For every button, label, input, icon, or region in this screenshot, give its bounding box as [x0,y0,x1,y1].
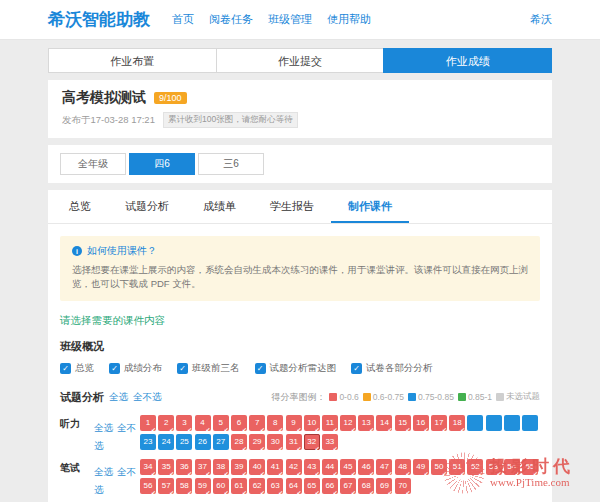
checkbox-checked-icon[interactable]: ✓ [109,363,120,374]
question-tile-34[interactable]: 34✔ [140,459,156,475]
question-tile-36[interactable]: 36✔ [176,459,192,475]
question-tile-26[interactable]: 26 [195,434,211,450]
qa-select-none-link[interactable]: 全不选 [133,391,162,404]
question-tile-44[interactable]: 44✔ [322,459,338,475]
question-tile-9[interactable]: 9✔ [286,415,302,431]
nav-item-1[interactable]: 首页 [172,12,194,27]
question-tile-59[interactable]: 59✔ [195,478,211,494]
question-tile-29[interactable]: 29✔ [249,434,265,450]
question-tile-5[interactable]: 5✔ [213,415,229,431]
question-tile-38[interactable]: 38✔ [213,459,229,475]
question-tile-11[interactable]: 11✔ [322,415,338,431]
info-icon: i [72,246,82,256]
question-tile[interactable] [467,415,483,431]
question-tile-33[interactable]: 33✔ [322,434,338,450]
nav-item-2[interactable]: 阅卷任务 [209,12,253,27]
user-menu[interactable]: 希沃 [530,12,552,27]
question-tile-62[interactable]: 62✔ [249,478,265,494]
question-tile-67[interactable]: 67✔ [340,478,356,494]
question-tile-18[interactable]: 18✔ [449,415,465,431]
class-filter-button-3[interactable]: 三6 [198,153,264,175]
question-tile-1[interactable]: 1✔ [140,415,156,431]
question-tile-48[interactable]: 48✔ [395,459,411,475]
question-tile-56[interactable]: 56✔ [140,478,156,494]
checkbox-option-1[interactable]: ✓总览 [60,362,94,375]
nav-item-3[interactable]: 班级管理 [268,12,312,27]
question-tile-31[interactable]: 31✔ [286,434,302,450]
section-tab-1[interactable]: 总览 [52,190,108,223]
question-tile-66[interactable]: 66✔ [322,478,338,494]
question-tile-3[interactable]: 3✔ [176,415,192,431]
class-filter-card: 全年级四6三6 [48,145,552,183]
question-tile-41[interactable]: 41✔ [267,459,283,475]
question-tile-42[interactable]: 42✔ [286,459,302,475]
question-tile-64[interactable]: 64✔ [286,478,302,494]
checkbox-option-2[interactable]: ✓成绩分布 [109,362,162,375]
checkbox-option-3[interactable]: ✓班级前三名 [177,362,240,375]
question-tile[interactable] [504,415,520,431]
question-tile-32[interactable]: 32✔ [304,434,320,450]
question-tile-24[interactable]: 24 [158,434,174,450]
question-tile-12[interactable]: 12✔ [340,415,356,431]
qa-select-all-link[interactable]: 全选 [109,391,128,404]
question-tile-70[interactable]: 70✔ [395,478,411,494]
class-filter-button-1[interactable]: 全年级 [60,153,126,175]
question-tile-27[interactable]: 27 [213,434,229,450]
question-tile-16[interactable]: 16✔ [413,415,429,431]
question-tile-45[interactable]: 45✔ [340,459,356,475]
question-tile-7[interactable]: 7✔ [249,415,265,431]
section-tab-2[interactable]: 试题分析 [108,190,186,223]
top-tab-2[interactable]: 作业提交 [216,48,385,73]
question-tile-25[interactable]: 25 [176,434,192,450]
question-tile-39[interactable]: 39✔ [231,459,247,475]
question-tile-60[interactable]: 60✔ [213,478,229,494]
question-tile[interactable] [522,415,538,431]
question-tile-37[interactable]: 37✔ [195,459,211,475]
checkbox-label: 试卷各部分分析 [366,362,433,375]
checkbox-option-5[interactable]: ✓试卷各部分分析 [351,362,433,375]
question-tile-43[interactable]: 43✔ [304,459,320,475]
checkbox-checked-icon[interactable]: ✓ [60,363,71,374]
question-tile[interactable] [486,415,502,431]
question-tile-2[interactable]: 2✔ [158,415,174,431]
checkbox-checked-icon[interactable]: ✓ [255,363,266,374]
section-tab-5[interactable]: 制作课件 [331,190,409,223]
question-tile-65[interactable]: 65✔ [304,478,320,494]
question-tile-57[interactable]: 57✔ [158,478,174,494]
checkbox-checked-icon[interactable]: ✓ [351,363,362,374]
question-tile-58[interactable]: 58✔ [176,478,192,494]
question-tile-30[interactable]: 30✔ [267,434,283,450]
question-tile-14[interactable]: 14✔ [376,415,392,431]
question-tile-47[interactable]: 47✔ [376,459,392,475]
section-tab-4[interactable]: 学生报告 [253,190,331,223]
question-tile-69[interactable]: 69✔ [376,478,392,494]
question-tile-49[interactable]: 49✔ [413,459,429,475]
group-select-all-link[interactable]: 全选 [94,422,113,433]
question-tile-15[interactable]: 15✔ [395,415,411,431]
check-icon: ✔ [315,470,320,477]
top-tab-3[interactable]: 作业成绩 [383,48,552,73]
question-tile-23[interactable]: 23 [140,434,156,450]
question-tile-61[interactable]: 61✔ [231,478,247,494]
checkbox-option-4[interactable]: ✓试题分析雷达图 [255,362,337,375]
question-tile-28[interactable]: 28✔ [231,434,247,450]
question-tile-35[interactable]: 35✔ [158,459,174,475]
check-icon: ✔ [278,489,283,496]
question-tile-8[interactable]: 8✔ [267,415,283,431]
question-tile-4[interactable]: 4✔ [195,415,211,431]
question-tile-17[interactable]: 17✔ [431,415,447,431]
top-tab-1[interactable]: 作业布置 [48,48,217,73]
nav-item-4[interactable]: 使用帮助 [327,12,371,27]
question-tile-10[interactable]: 10✔ [304,415,320,431]
question-tile-13[interactable]: 13✔ [358,415,374,431]
question-tile-6[interactable]: 6✔ [231,415,247,431]
question-tile-63[interactable]: 63✔ [267,478,283,494]
checkbox-checked-icon[interactable]: ✓ [177,363,188,374]
question-tile-68[interactable]: 68✔ [358,478,374,494]
class-filter-button-2[interactable]: 四6 [129,153,195,175]
group-select-all-link[interactable]: 全选 [94,466,113,477]
question-tile-46[interactable]: 46✔ [358,459,374,475]
section-tab-3[interactable]: 成绩单 [186,190,253,223]
question-tile-40[interactable]: 40✔ [249,459,265,475]
tile-number: 3 [182,419,186,427]
